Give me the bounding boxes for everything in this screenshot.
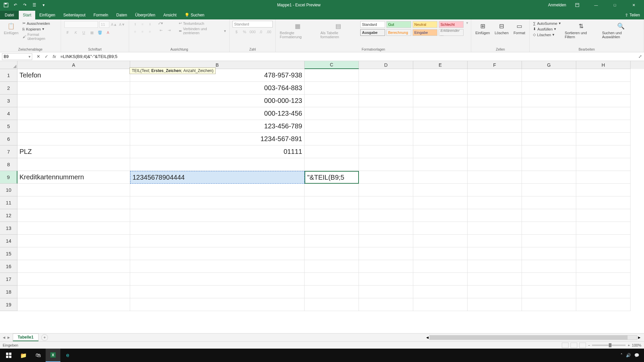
horizontal-scrollbar[interactable]	[429, 335, 637, 340]
style-erkl[interactable]: Erklärender ...	[439, 29, 464, 36]
col-G[interactable]: G	[522, 61, 576, 69]
insert-cells-button[interactable]: ⊞Einfügen	[474, 21, 491, 36]
cell-H4[interactable]	[576, 107, 631, 120]
cell-G13[interactable]	[522, 222, 576, 235]
cell-D16[interactable]	[359, 260, 413, 273]
cell-F16[interactable]	[468, 260, 522, 273]
cell-B4[interactable]: 000-123-456	[130, 107, 305, 120]
align-mid-icon[interactable]: ≡	[139, 21, 146, 27]
cell-C18[interactable]	[305, 286, 359, 298]
cell-A17[interactable]	[17, 273, 130, 286]
cell-D13[interactable]	[359, 222, 413, 235]
row-1[interactable]: 1	[0, 69, 17, 82]
align-center-icon[interactable]: ≡	[139, 28, 146, 35]
row-13[interactable]: 13	[0, 222, 17, 235]
save-icon[interactable]	[3, 2, 9, 8]
store-icon[interactable]: 🛍	[31, 349, 46, 362]
sheet-nav-prev-icon[interactable]: ◄	[2, 335, 6, 340]
cell-H10[interactable]	[576, 184, 631, 196]
cell-F7[interactable]	[468, 145, 522, 158]
cell-F17[interactable]	[468, 273, 522, 286]
cell-H17[interactable]	[576, 273, 631, 286]
italic-button[interactable]: K	[72, 29, 79, 36]
align-bot-icon[interactable]: ⬇	[147, 21, 153, 27]
cell-A6[interactable]	[17, 133, 130, 145]
cell-H13[interactable]	[576, 222, 631, 235]
dec-dec-icon[interactable]: .00	[265, 28, 272, 35]
cell-B15[interactable]	[130, 247, 305, 260]
cell-G16[interactable]	[522, 260, 576, 273]
cell-C12[interactable]	[305, 209, 359, 222]
indent-inc-icon[interactable]: ⇥	[166, 27, 173, 34]
row-4[interactable]: 4	[0, 107, 17, 120]
sheet-tab-1[interactable]: Tabelle1	[13, 334, 39, 341]
cell-A9[interactable]: Kreditkartennummern	[17, 171, 130, 184]
cell-A2[interactable]	[17, 82, 130, 95]
style-gut[interactable]: Gut	[386, 21, 411, 28]
cell-B18[interactable]	[130, 286, 305, 298]
zoom-out-button[interactable]: −	[588, 343, 590, 347]
format-table-button[interactable]: ▤Als Tabelle formatieren	[319, 21, 358, 40]
hscroll-right-icon[interactable]: ►	[637, 335, 641, 340]
cell-G9[interactable]	[522, 171, 576, 184]
styles-more-icon[interactable]: ▾	[466, 21, 468, 25]
notifications-icon[interactable]: 💬	[634, 353, 639, 358]
fill-color-button[interactable]: 🪣	[97, 29, 103, 36]
cell-B3[interactable]: 000-000-123	[130, 95, 305, 107]
name-box[interactable]: B9▾	[2, 53, 32, 60]
cell-H5[interactable]	[576, 120, 631, 133]
conditional-format-button[interactable]: ▦Bedingte Formatierung	[278, 21, 317, 40]
tab-review[interactable]: Überprüfen	[131, 11, 159, 19]
font-shrink-icon[interactable]: A▼	[119, 21, 125, 28]
tab-view[interactable]: Ansicht	[159, 11, 180, 19]
zoom-in-button[interactable]: +	[628, 343, 630, 347]
indent-dec-icon[interactable]: ⇤	[158, 27, 165, 34]
close-button[interactable]: ✕	[626, 0, 641, 10]
col-D[interactable]: D	[359, 61, 413, 69]
cell-G11[interactable]	[522, 196, 576, 209]
fill-button[interactable]: ⬇Ausfüllen▾	[532, 26, 561, 32]
cell-H14[interactable]	[576, 235, 631, 247]
formula-input[interactable]: =LINKS(B9;4)&"-"&TEIL(B9;5	[58, 54, 636, 59]
cell-E9[interactable]	[413, 171, 468, 184]
cell-C2[interactable]	[305, 82, 359, 95]
cell-D18[interactable]	[359, 286, 413, 298]
cell-A16[interactable]	[17, 260, 130, 273]
cell-D9[interactable]	[359, 171, 413, 184]
cell-E11[interactable]	[413, 196, 468, 209]
cell-F2[interactable]	[468, 82, 522, 95]
style-neutral[interactable]: Neutral	[413, 21, 437, 28]
volume-icon[interactable]: 🔊	[626, 353, 631, 358]
redo-icon[interactable]: ↷	[21, 2, 28, 8]
fx-button[interactable]: fx	[50, 53, 58, 61]
cell-B2[interactable]: 003-764-883	[130, 82, 305, 95]
cell-A13[interactable]	[17, 222, 130, 235]
style-schlecht[interactable]: Schlecht	[439, 21, 464, 28]
cell-H18[interactable]	[576, 286, 631, 298]
cell-D14[interactable]	[359, 235, 413, 247]
row-7[interactable]: 7	[0, 145, 17, 158]
cell-G7[interactable]	[522, 145, 576, 158]
cell-D1[interactable]	[359, 69, 413, 82]
currency-icon[interactable]: $	[233, 28, 240, 35]
row-10[interactable]: 10	[0, 184, 17, 196]
expand-formula-icon[interactable]: ⤢	[636, 53, 644, 61]
minimize-button[interactable]: —	[588, 0, 604, 10]
cell-C17[interactable]	[305, 273, 359, 286]
cell-D11[interactable]	[359, 196, 413, 209]
row-3[interactable]: 3	[0, 95, 17, 107]
cell-G18[interactable]	[522, 286, 576, 298]
col-H[interactable]: H	[576, 61, 631, 69]
cell-C1[interactable]	[305, 69, 359, 82]
tray-up-icon[interactable]: ˄	[621, 353, 623, 358]
tab-formulas[interactable]: Formeln	[90, 11, 112, 19]
cell-G15[interactable]	[522, 247, 576, 260]
row-17[interactable]: 17	[0, 273, 17, 286]
cell-H9[interactable]	[576, 171, 631, 184]
cell-E3[interactable]	[413, 95, 468, 107]
cell-H11[interactable]	[576, 196, 631, 209]
cell-G19[interactable]	[522, 298, 576, 311]
cell-F4[interactable]	[468, 107, 522, 120]
row-9[interactable]: 9	[0, 171, 17, 184]
cell-H19[interactable]	[576, 298, 631, 311]
